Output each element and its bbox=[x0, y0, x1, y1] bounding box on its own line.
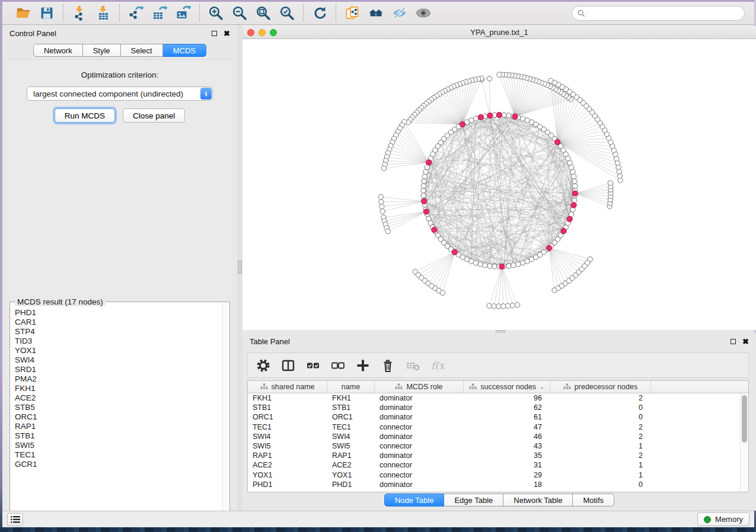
mcds-node-item[interactable]: TID3 bbox=[11, 336, 222, 346]
toolbar-button-export-image[interactable] bbox=[173, 4, 193, 23]
table-row[interactable]: TEC1TEC1connector472 bbox=[248, 422, 740, 432]
network-window-titlebar: YPA_prune.txt_1 bbox=[243, 26, 756, 39]
cell-name: PHD1 bbox=[327, 480, 375, 489]
table-scrollbar-thumb[interactable] bbox=[742, 395, 747, 443]
select-all-icon bbox=[306, 358, 320, 373]
column-header-name[interactable]: name bbox=[327, 381, 375, 393]
cell-successor-nodes: 18 bbox=[464, 480, 550, 489]
table-row[interactable]: YOX1YOX1connector291 bbox=[248, 470, 740, 480]
vertical-splitter-handle[interactable] bbox=[238, 261, 242, 274]
table-row[interactable]: ORC1ORC1dominator610 bbox=[248, 412, 740, 422]
column-header-shared-name[interactable]: shared name bbox=[248, 381, 327, 393]
add-button[interactable] bbox=[355, 357, 371, 374]
column-header-predecessor-nodes[interactable]: predecessor nodes bbox=[550, 381, 651, 393]
cell-name: FKH1 bbox=[327, 393, 375, 403]
mcds-node-item[interactable]: RAP1 bbox=[11, 422, 222, 431]
gear-button[interactable] bbox=[255, 357, 272, 374]
mcds-node-item[interactable]: PHD1 bbox=[11, 308, 222, 318]
delete-table-icon bbox=[406, 358, 420, 373]
toolbar-button-zoom-in[interactable] bbox=[206, 4, 226, 23]
table-tab-motifs[interactable]: Motifs bbox=[573, 493, 614, 507]
task-history-button[interactable] bbox=[7, 513, 23, 526]
mcds-node-item[interactable]: GCR1 bbox=[11, 460, 222, 469]
toolbar-button-zoom-out[interactable] bbox=[229, 4, 250, 23]
zoom-selected-icon bbox=[279, 5, 295, 21]
delete-table-button bbox=[404, 357, 421, 374]
mcds-node-item[interactable]: STP4 bbox=[11, 327, 222, 336]
column-header-successor-nodes[interactable]: successor nodes⌄ bbox=[464, 381, 550, 393]
sort-desc-icon: ⌄ bbox=[540, 384, 544, 390]
table-scrollbar[interactable] bbox=[740, 393, 748, 492]
network-canvas[interactable] bbox=[243, 39, 756, 330]
mcds-node-item[interactable]: SWI4 bbox=[11, 355, 222, 365]
close-table-panel-icon[interactable]: ✖ bbox=[742, 338, 749, 345]
mcds-node-item[interactable]: FKH1 bbox=[11, 384, 222, 393]
cell-predecessor-nodes: 1 bbox=[550, 460, 651, 470]
run-mcds-button[interactable]: Run MCDS bbox=[55, 108, 115, 123]
delete-button[interactable] bbox=[379, 357, 396, 374]
column-header-mcds-role[interactable]: MCDS role bbox=[375, 381, 464, 393]
toolbar-button-import-table[interactable] bbox=[93, 4, 113, 23]
toolbar-button-first-neighbors[interactable] bbox=[366, 4, 386, 23]
vertical-splitter[interactable] bbox=[237, 25, 243, 511]
application-window: Control Panel ✖ NetworkStyleSelectMCDS O… bbox=[0, 0, 756, 532]
table-row[interactable]: PHD1PHD1dominator180 bbox=[248, 480, 740, 489]
toolbar-button-refresh[interactable] bbox=[310, 4, 330, 23]
delete-icon bbox=[381, 358, 395, 373]
float-panel-icon[interactable] bbox=[212, 31, 217, 36]
table-row[interactable]: SWI5SWI5connector431 bbox=[248, 441, 740, 451]
toolbar-button-zoom-fit[interactable] bbox=[253, 4, 273, 23]
toolbar-button-export-table[interactable] bbox=[149, 4, 170, 23]
tab-mcds[interactable]: MCDS bbox=[163, 44, 206, 57]
table-row[interactable]: RAP1RAP1dominator352 bbox=[248, 451, 740, 460]
toolbar-button-export-network[interactable] bbox=[126, 4, 146, 23]
table-tab-edge-table[interactable]: Edge Table bbox=[444, 493, 503, 507]
close-panel-button[interactable]: Close panel bbox=[123, 108, 185, 123]
toolbar-button-zoom-selected[interactable] bbox=[277, 4, 297, 23]
table-tab-network-table[interactable]: Network Table bbox=[503, 493, 573, 507]
mcds-node-item[interactable]: YOX1 bbox=[11, 346, 222, 355]
table-row[interactable]: STB1STB1dominator620 bbox=[248, 403, 740, 412]
mcds-node-item[interactable]: CAR1 bbox=[11, 318, 222, 327]
mcds-node-item[interactable]: PMA2 bbox=[11, 374, 222, 384]
network-graph[interactable] bbox=[243, 39, 756, 330]
mcds-list-scrollbar[interactable] bbox=[222, 303, 229, 522]
mcds-node-item[interactable]: STB1 bbox=[11, 431, 222, 441]
split-view-button[interactable] bbox=[280, 357, 296, 374]
export-image-icon bbox=[176, 5, 191, 21]
float-table-panel-icon[interactable] bbox=[731, 339, 736, 344]
table-row[interactable]: FKH1FKH1dominator962 bbox=[248, 393, 740, 403]
search-box[interactable] bbox=[572, 6, 745, 21]
close-panel-icon[interactable]: ✖ bbox=[224, 30, 230, 37]
tab-style[interactable]: Style bbox=[83, 44, 121, 57]
cell-name: ACE2 bbox=[327, 460, 375, 470]
toolbar-button-clone-network[interactable] bbox=[342, 4, 362, 23]
memory-button[interactable]: Memory bbox=[697, 512, 749, 526]
mcds-node-item[interactable]: ACE2 bbox=[11, 393, 222, 403]
deselect-all-button[interactable] bbox=[330, 357, 346, 374]
mcds-node-item[interactable]: ORC1 bbox=[11, 412, 222, 422]
optimization-criterion-select[interactable]: largest connected component (undirected)… bbox=[27, 86, 213, 101]
cell-successor-nodes: 43 bbox=[464, 441, 550, 451]
cell-successor-nodes: 29 bbox=[464, 470, 550, 480]
table-tab-node-table[interactable]: Node Table bbox=[384, 493, 445, 507]
toolbar-button-open-file[interactable] bbox=[13, 4, 33, 23]
tab-network[interactable]: Network bbox=[33, 44, 83, 57]
cell-successor-nodes: 61 bbox=[464, 412, 550, 422]
search-input[interactable] bbox=[589, 9, 739, 18]
tab-select[interactable]: Select bbox=[121, 44, 163, 57]
mcds-node-item[interactable]: SWI5 bbox=[11, 441, 222, 450]
toolbar-button-save-session[interactable] bbox=[37, 4, 57, 23]
select-all-button[interactable] bbox=[305, 357, 321, 374]
toolbar-button-hide-selected[interactable] bbox=[390, 4, 410, 23]
toolbar-button-show-all[interactable] bbox=[413, 4, 433, 23]
mcds-node-item[interactable]: STB5 bbox=[11, 403, 222, 412]
cell-predecessor-nodes: 2 bbox=[550, 393, 651, 403]
toolbar-button-import-network[interactable] bbox=[69, 4, 90, 23]
cell-successor-nodes: 96 bbox=[464, 393, 550, 403]
mcds-node-item[interactable]: TEC1 bbox=[11, 450, 222, 460]
control-panel-titlebar: Control Panel ✖ bbox=[2, 25, 237, 41]
table-row[interactable]: SWI4SWI4dominator462 bbox=[248, 432, 740, 441]
mcds-node-item[interactable]: SRD1 bbox=[11, 365, 222, 374]
table-row[interactable]: ACE2ACE2connector311 bbox=[248, 460, 740, 470]
